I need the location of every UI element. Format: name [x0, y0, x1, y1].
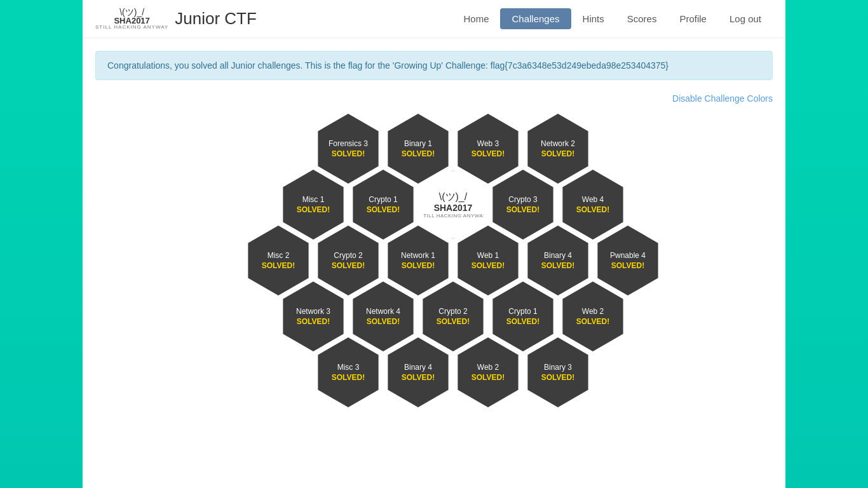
right-panel — [785, 0, 868, 488]
hex-solved-label: SOLVED! — [297, 205, 330, 214]
hex-solved-label: SOLVED! — [471, 261, 505, 270]
hex-label: Crypto 3 — [508, 195, 537, 205]
hex-label: Binary 4 — [544, 251, 572, 261]
center-kaomoji: \(ツ)_/ — [439, 191, 467, 203]
hex-solved-label: SOLVED! — [471, 149, 505, 158]
hex-cell[interactable]: Forensics 3 SOLVED! — [313, 114, 383, 184]
alert-banner: Congratulations, you solved all Junior c… — [95, 51, 773, 80]
nav-logout[interactable]: Log out — [718, 8, 773, 29]
hex-label: Web 2 — [477, 363, 499, 373]
hex-label: Misc 1 — [302, 195, 325, 205]
hex-label: Crypto 2 — [334, 251, 362, 261]
brand-kaomoji: \(ツ)_/ — [119, 8, 144, 17]
hex-label: Web 4 — [582, 195, 604, 205]
left-panel — [0, 0, 83, 488]
hex-grid: Forensics 3 SOLVED! Binary 1 SOLVED! Web… — [212, 114, 656, 444]
hex-solved-label: SOLVED! — [402, 149, 435, 158]
hex-solved-label: SOLVED! — [297, 317, 330, 326]
disable-colors-link[interactable]: Disable Challenge Colors — [672, 93, 773, 104]
brand-title: Junior CTF — [175, 9, 257, 29]
hex-label: Network 1 — [401, 251, 435, 261]
hex-label: Web 3 — [477, 139, 499, 149]
navbar: \(ツ)_/ SHA2017 STILL HACKING ANYWAY Juni… — [83, 0, 785, 38]
main-wrapper: \(ツ)_/ SHA2017 STILL HACKING ANYWAY Juni… — [83, 0, 785, 488]
hex-cell[interactable]: Misc 3 SOLVED! — [313, 337, 383, 407]
hex-label: Web 2 — [582, 307, 604, 317]
hex-solved-label: SOLVED! — [611, 261, 644, 270]
hex-cell[interactable]: Binary 4 SOLVED! — [383, 337, 453, 407]
brand-subtitle: STILL HACKING ANYWAY — [95, 25, 168, 30]
hex-cell[interactable]: Web 2 SOLVED! — [453, 337, 523, 407]
disable-colors-row: Disable Challenge Colors — [83, 86, 785, 107]
hex-cell[interactable]: Crypto 2 SOLVED! — [418, 281, 488, 351]
brand-logo: \(ツ)_/ SHA2017 STILL HACKING ANYWAY — [95, 8, 168, 30]
hex-label: Binary 4 — [404, 363, 432, 373]
alert-message: Congratulations, you solved all Junior c… — [107, 60, 668, 71]
hex-label: Misc 2 — [268, 251, 290, 261]
hex-cell[interactable]: Crypto 1 SOLVED! — [488, 281, 558, 351]
hex-solved-label: SOLVED! — [471, 373, 505, 382]
nav-profile[interactable]: Profile — [668, 8, 718, 29]
hex-cell[interactable]: Network 2 SOLVED! — [523, 114, 593, 184]
hex-solved-label: SOLVED! — [506, 205, 539, 214]
hex-cell[interactable]: Web 1 SOLVED! — [453, 226, 523, 295]
nav-scores[interactable]: Scores — [616, 8, 668, 29]
hex-cell[interactable]: Web 3 SOLVED! — [453, 114, 523, 184]
hex-cell[interactable]: Crypto 1 SOLVED! — [348, 170, 418, 240]
hex-cell[interactable]: Binary 1 SOLVED! — [383, 114, 453, 184]
hex-label: Misc 3 — [337, 363, 360, 373]
hex-label: Crypto 2 — [438, 307, 467, 317]
hex-label: Network 3 — [296, 307, 330, 317]
hex-label: Web 1 — [477, 251, 499, 261]
hex-label: Binary 1 — [404, 139, 432, 149]
hex-solved-label: SOLVED! — [332, 261, 365, 270]
hex-cell[interactable]: Network 4 SOLVED! — [348, 281, 418, 351]
hex-cell[interactable]: Network 1 SOLVED! — [383, 226, 453, 295]
hex-solved-label: SOLVED! — [332, 149, 365, 158]
hex-label: Network 4 — [366, 307, 400, 317]
hex-solved-label: SOLVED! — [332, 373, 365, 382]
hex-container: Forensics 3 SOLVED! Binary 1 SOLVED! Web… — [83, 107, 785, 463]
hex-label: Pwnable 4 — [610, 251, 646, 261]
hex-cell[interactable]: Misc 2 SOLVED! — [243, 226, 313, 295]
hex-solved-label: SOLVED! — [506, 317, 539, 326]
hex-label: Binary 3 — [544, 363, 572, 373]
hex-solved-label: SOLVED! — [541, 373, 574, 382]
hex-cell[interactable]: Web 2 SOLVED! — [558, 281, 628, 351]
hex-solved-label: SOLVED! — [367, 317, 400, 326]
hex-center[interactable]: \(ツ)_/ SHA2017 STILL HACKING ANYWAY — [418, 170, 488, 240]
hex-cell[interactable]: Binary 3 SOLVED! — [523, 337, 593, 407]
hex-solved-label: SOLVED! — [576, 317, 609, 326]
nav-challenges[interactable]: Challenges — [500, 8, 571, 29]
hex-cell[interactable]: Binary 4 SOLVED! — [523, 226, 593, 295]
hex-label: Crypto 1 — [369, 195, 397, 205]
hex-solved-label: SOLVED! — [576, 205, 609, 214]
hex-cell[interactable]: Network 3 SOLVED! — [278, 281, 348, 351]
hex-solved-label: SOLVED! — [402, 261, 435, 270]
hex-label: Forensics 3 — [329, 139, 368, 149]
nav-home[interactable]: Home — [452, 8, 500, 29]
hex-solved-label: SOLVED! — [367, 205, 400, 214]
brand-link[interactable]: \(ツ)_/ SHA2017 STILL HACKING ANYWAY Juni… — [95, 8, 257, 30]
nav-links: Home Challenges Hints Scores Profile Log… — [452, 8, 773, 29]
hex-solved-label: SOLVED! — [541, 261, 574, 270]
nav-hints[interactable]: Hints — [571, 8, 616, 29]
hex-solved-label: SOLVED! — [402, 373, 435, 382]
hex-cell[interactable]: Web 4 SOLVED! — [558, 170, 628, 240]
center-subtitle: STILL HACKING ANYWAY — [419, 213, 486, 219]
hex-cell[interactable]: Pwnable 4 SOLVED! — [593, 226, 663, 295]
hex-label: Network 2 — [541, 139, 575, 149]
hex-solved-label: SOLVED! — [262, 261, 295, 270]
hex-label: Crypto 1 — [508, 307, 537, 317]
hex-cell[interactable]: Crypto 3 SOLVED! — [488, 170, 558, 240]
center-sha: SHA2017 — [434, 203, 473, 213]
hex-cell[interactable]: Misc 1 SOLVED! — [278, 170, 348, 240]
hex-cell[interactable]: Crypto 2 SOLVED! — [313, 226, 383, 295]
hex-solved-label: SOLVED! — [541, 149, 574, 158]
hex-solved-label: SOLVED! — [437, 317, 470, 326]
